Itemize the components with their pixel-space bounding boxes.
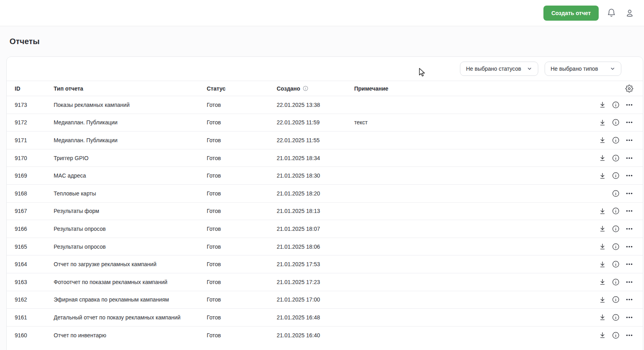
- table-body: 9173 Показы рекламных кампаний Готов 22.…: [7, 96, 643, 344]
- info-button[interactable]: [612, 118, 620, 126]
- table-row: 9164 Отчет по загрузке рекламных кампани…: [7, 255, 643, 273]
- info-button[interactable]: [612, 172, 620, 180]
- row-status: Готов: [207, 119, 277, 126]
- download-button[interactable]: [598, 243, 606, 251]
- info-button[interactable]: [612, 207, 620, 215]
- reports-card: Не выбрано статусов Не выбрано типов ID …: [6, 56, 643, 350]
- row-status: Готов: [207, 296, 277, 303]
- more-actions-button[interactable]: [625, 225, 633, 233]
- row-report-type: MAC адреса: [54, 172, 207, 179]
- info-button[interactable]: [612, 260, 620, 268]
- ellipsis-icon: [625, 118, 633, 126]
- download-icon: [599, 136, 606, 144]
- profile-button[interactable]: [624, 8, 635, 19]
- more-actions-button[interactable]: [625, 172, 633, 180]
- more-actions-button[interactable]: [625, 278, 633, 286]
- ellipsis-icon: [625, 154, 633, 162]
- info-button[interactable]: [612, 136, 620, 144]
- col-header-created: Создано: [277, 85, 354, 92]
- ellipsis-icon: [625, 331, 633, 339]
- download-button[interactable]: [598, 278, 606, 286]
- type-filter-label: Не выбрано типов: [551, 66, 598, 72]
- download-icon: [599, 225, 606, 232]
- row-report-type: Тепловые карты: [54, 190, 207, 197]
- row-id: 9161: [15, 314, 54, 321]
- table-row: 9160 Отчет по инвентарю Готов 21.01.2025…: [7, 326, 643, 344]
- download-button[interactable]: [598, 296, 606, 304]
- type-filter-select[interactable]: Не выбрано типов: [545, 62, 621, 76]
- row-status: Готов: [207, 279, 277, 285]
- row-created: 21.01.2025 18:13: [277, 208, 354, 214]
- row-report-type: Медиаплан. Публикации: [54, 119, 207, 126]
- download-icon: [599, 331, 606, 339]
- info-icon: [612, 207, 620, 215]
- row-id: 9163: [15, 279, 54, 285]
- more-actions-button[interactable]: [625, 207, 633, 215]
- download-icon: [599, 261, 606, 268]
- row-report-type: Результаты опросов: [54, 226, 207, 232]
- more-actions-button[interactable]: [625, 331, 633, 339]
- more-actions-button[interactable]: [625, 118, 633, 126]
- info-icon: [612, 278, 620, 286]
- download-icon: [599, 119, 606, 126]
- row-id: 9165: [15, 244, 54, 250]
- more-actions-button[interactable]: [625, 154, 633, 162]
- download-icon: [599, 207, 606, 215]
- info-button[interactable]: [612, 278, 620, 286]
- status-filter-select[interactable]: Не выбрано статусов: [460, 62, 538, 76]
- download-button[interactable]: [598, 136, 606, 144]
- row-id: 9173: [15, 102, 54, 108]
- row-id: 9162: [15, 296, 54, 303]
- info-icon: [612, 296, 620, 304]
- table-settings-button[interactable]: [625, 85, 633, 93]
- notifications-button[interactable]: [606, 8, 617, 19]
- more-actions-button[interactable]: [625, 190, 633, 197]
- row-created: 21.01.2025 18:20: [277, 190, 354, 197]
- table-header-row: ID Тип отчета Статус Создано Примечание: [7, 81, 643, 96]
- info-icon: [612, 172, 620, 180]
- download-button[interactable]: [598, 207, 606, 215]
- more-actions-button[interactable]: [625, 243, 633, 251]
- table-row: 9161 Детальный отчет по показу рекламных…: [7, 308, 643, 326]
- info-button[interactable]: [612, 243, 620, 251]
- info-icon[interactable]: [303, 85, 308, 91]
- download-button[interactable]: [598, 331, 606, 339]
- info-button[interactable]: [612, 331, 620, 339]
- download-button[interactable]: [598, 172, 606, 180]
- download-button[interactable]: [598, 260, 606, 268]
- status-filter-label: Не выбрано статусов: [466, 66, 521, 72]
- more-actions-button[interactable]: [625, 296, 633, 304]
- more-actions-button[interactable]: [625, 313, 633, 321]
- row-status: Готов: [207, 137, 277, 143]
- download-button[interactable]: [598, 118, 606, 126]
- row-note: текст: [354, 119, 575, 126]
- row-created: 21.01.2025 18:34: [277, 155, 354, 161]
- more-actions-button[interactable]: [625, 136, 633, 144]
- ellipsis-icon: [625, 172, 633, 180]
- download-button[interactable]: [598, 101, 606, 109]
- row-status: Готов: [207, 261, 277, 267]
- table-row: 9167 Результаты форм Готов 21.01.2025 18…: [7, 202, 643, 220]
- info-button[interactable]: [612, 313, 620, 321]
- more-actions-button[interactable]: [625, 260, 633, 268]
- more-actions-button[interactable]: [625, 101, 633, 109]
- info-button[interactable]: [612, 154, 620, 162]
- info-icon: [612, 225, 620, 233]
- info-icon: [612, 260, 620, 268]
- info-button[interactable]: [612, 190, 620, 197]
- chevron-down-icon: [610, 66, 615, 72]
- info-button[interactable]: [612, 101, 620, 109]
- download-button[interactable]: [598, 225, 606, 233]
- table-row: 9172 Медиаплан. Публикации Готов 22.01.2…: [7, 114, 643, 131]
- bell-icon: [607, 8, 616, 18]
- download-button[interactable]: [598, 313, 606, 321]
- row-created: 21.01.2025 18:06: [277, 244, 354, 250]
- create-report-button[interactable]: Создать отчет: [543, 6, 599, 21]
- row-created: 21.01.2025 17:53: [277, 261, 354, 267]
- download-button[interactable]: [598, 154, 606, 162]
- info-button[interactable]: [612, 296, 620, 304]
- ellipsis-icon: [625, 278, 633, 286]
- info-button[interactable]: [612, 225, 620, 233]
- table-row: 9170 Триггер GPIO Готов 21.01.2025 18:34: [7, 149, 643, 167]
- row-report-type: Отчет по загрузке рекламных кампаний: [54, 261, 207, 267]
